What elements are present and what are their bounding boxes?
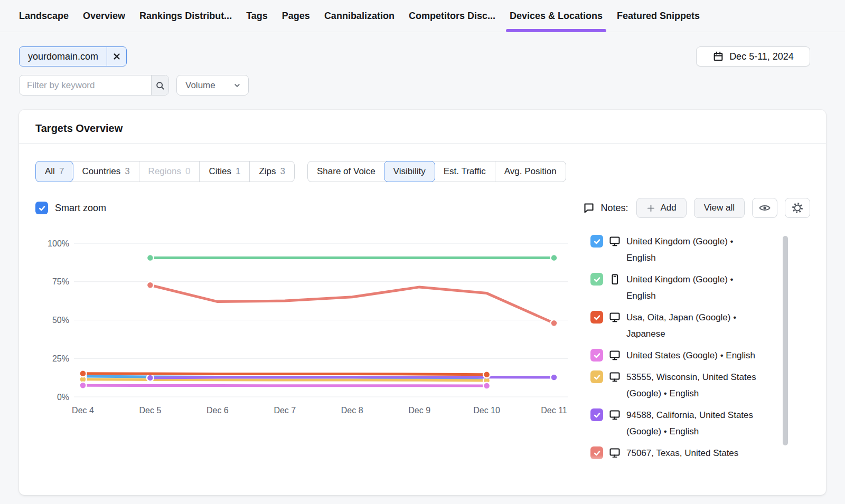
nav-tab-featured-snippets[interactable]: Featured Snippets [617, 0, 700, 32]
metric-tab-avg-position[interactable]: Avg. Position [495, 161, 566, 182]
desktop-icon [608, 349, 621, 362]
nav-tab-overview[interactable]: Overview [83, 0, 125, 32]
check-icon [593, 313, 601, 321]
series-checkbox[interactable] [590, 370, 603, 383]
check-icon [593, 351, 601, 359]
svg-text:100%: 100% [48, 239, 69, 248]
scope-tab-regions: Regions0 [139, 161, 200, 182]
series-checkbox[interactable] [590, 446, 603, 459]
nav-tab-cannibalization[interactable]: Cannibalization [324, 0, 395, 32]
svg-text:Dec 8: Dec 8 [341, 406, 363, 415]
svg-text:0%: 0% [57, 393, 69, 402]
legend-item-us-desktop[interactable]: United States (Google) • English [590, 347, 792, 364]
add-note-button[interactable]: Add [636, 198, 686, 218]
toggle-notes-visibility-button[interactable] [752, 198, 777, 218]
metric-tab-share-of-voice[interactable]: Share of Voice [308, 161, 384, 182]
date-range-picker[interactable]: Dec 5-11, 2024 [696, 46, 810, 66]
nav-tab-competitors-discovery[interactable]: Competitors Disc... [409, 0, 495, 32]
scope-tab-cities[interactable]: Cities1 [199, 161, 249, 182]
legend-item-wisconsin-desktop[interactable]: 53555, Wisconsin, United States (Google)… [590, 369, 792, 402]
eye-icon [758, 202, 771, 214]
targets-overview-card: Targets Overview All7 Countries3 Regions… [19, 110, 826, 495]
nav-tab-landscape[interactable]: Landscape [19, 0, 69, 32]
svg-text:25%: 25% [52, 354, 69, 363]
gear-icon [791, 202, 804, 214]
svg-text:50%: 50% [52, 316, 69, 325]
card-title: Targets Overview [19, 110, 826, 144]
calendar-icon [712, 51, 724, 62]
svg-text:Dec 5: Dec 5 [139, 406, 162, 415]
svg-text:Dec 10: Dec 10 [473, 406, 500, 415]
chart-tabs-row: All7 Countries3 Regions0 Cities1 Zips3 S… [35, 161, 810, 182]
desktop-icon [608, 446, 621, 459]
svg-text:Dec 7: Dec 7 [274, 406, 296, 415]
targets-legend: United Kingdom (Google) • English United… [590, 233, 792, 470]
visibility-line-chart: 100%75%50%25%0%Dec 4Dec 5Dec 6Dec 7Dec 8… [32, 226, 584, 419]
check-icon [593, 237, 601, 245]
view-all-notes-button[interactable]: View all [694, 198, 745, 218]
date-range-label: Dec 5-11, 2024 [729, 51, 794, 62]
check-icon [593, 373, 601, 381]
chart-controls-row: Smart zoom Notes: Add View all [35, 198, 810, 218]
devices-and-locations-page: { "nav": { "tabs": [ { "label": "Landsca… [0, 0, 845, 504]
svg-text:Dec 11: Dec 11 [541, 406, 567, 415]
keyword-filter [19, 75, 169, 96]
scope-tabs: All7 Countries3 Regions0 Cities1 Zips3 [35, 161, 295, 182]
nav-tab-pages[interactable]: Pages [282, 0, 310, 32]
note-bubble-icon [583, 202, 595, 214]
legend-item-uk-desktop[interactable]: United Kingdom (Google) • English [590, 233, 792, 266]
active-tab-underline [506, 29, 606, 32]
svg-text:Dec 9: Dec 9 [408, 406, 430, 415]
legend-items: United Kingdom (Google) • English United… [590, 233, 792, 461]
check-icon [593, 411, 601, 419]
svg-text:75%: 75% [52, 277, 69, 286]
scope-tab-zips[interactable]: Zips3 [249, 161, 294, 182]
plus-icon [646, 204, 655, 213]
volume-dropdown-value: Volume [185, 80, 215, 91]
search-icon [155, 80, 165, 91]
report-tabs-bar: Landscape Overview Rankings Distribut...… [0, 0, 845, 32]
series-checkbox[interactable] [590, 273, 603, 286]
notes-toolbar: Notes: Add View all [583, 198, 810, 218]
domain-chip-label: yourdomain.com [20, 47, 107, 66]
metric-tab-est-traffic[interactable]: Est. Traffic [435, 161, 495, 182]
smart-zoom-toggle[interactable]: Smart zoom [35, 202, 106, 214]
metric-tab-visibility[interactable]: Visibility [384, 161, 435, 182]
nav-tab-tags[interactable]: Tags [246, 0, 268, 32]
legend-item-texas-desktop[interactable]: 75067, Texas, United States [590, 445, 792, 461]
metric-tabs: Share of Voice Visibility Est. Traffic A… [307, 161, 566, 182]
check-icon [38, 204, 46, 212]
scope-tab-all[interactable]: All7 [35, 161, 73, 182]
notes-label: Notes: [583, 202, 628, 214]
desktop-icon [608, 311, 621, 324]
check-icon [593, 275, 601, 283]
series-checkbox[interactable] [590, 408, 603, 421]
search-button[interactable] [151, 75, 168, 95]
desktop-icon [608, 370, 621, 383]
legend-scrollbar[interactable] [783, 236, 788, 445]
legend-item-california-desktop[interactable]: 94588, California, United States (Google… [590, 407, 792, 440]
desktop-icon [608, 408, 621, 421]
check-icon [593, 449, 601, 457]
scope-tab-countries[interactable]: Countries3 [73, 161, 138, 182]
nav-tab-rankings-distribution[interactable]: Rankings Distribut... [139, 0, 232, 32]
chart-settings-button[interactable] [785, 198, 810, 218]
series-checkbox[interactable] [590, 349, 603, 362]
mobile-icon [608, 273, 621, 286]
remove-domain-icon[interactable] [107, 47, 126, 66]
keyword-filter-input[interactable] [20, 75, 151, 95]
smart-zoom-checkbox[interactable] [35, 202, 48, 214]
nav-tab-devices-locations[interactable]: Devices & Locations [510, 0, 603, 32]
legend-item-uk-mobile[interactable]: United Kingdom (Google) • English [590, 271, 792, 304]
smart-zoom-label: Smart zoom [55, 203, 106, 214]
chevron-down-icon [232, 81, 242, 90]
volume-dropdown[interactable]: Volume [176, 75, 249, 96]
series-checkbox[interactable] [590, 235, 603, 248]
legend-item-japan-desktop[interactable]: Usa, Oita, Japan (Google) • Japanese [590, 309, 792, 342]
domain-filter-chip[interactable]: yourdomain.com [19, 46, 127, 66]
series-checkbox[interactable] [590, 311, 603, 324]
svg-text:Dec 4: Dec 4 [72, 406, 94, 415]
chart-and-legend: 100%75%50%25%0%Dec 4Dec 5Dec 6Dec 7Dec 8… [19, 226, 826, 470]
svg-text:Dec 6: Dec 6 [206, 406, 229, 415]
desktop-icon [608, 235, 621, 248]
